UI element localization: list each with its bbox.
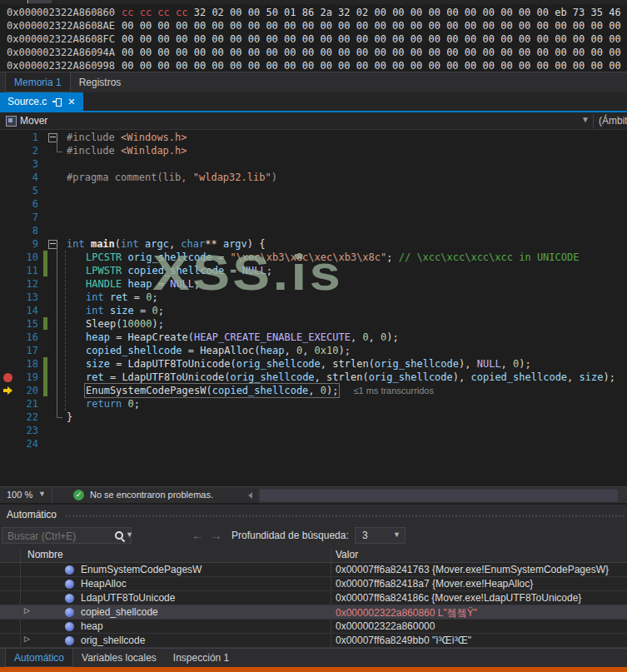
watch-row-LdapUTF8ToUnicode[interactable]: LdapUTF8ToUnicode0x00007ff6a824186c {Mov…	[0, 591, 627, 605]
tab-automatico[interactable]: Automático	[5, 649, 73, 667]
horizontal-scrollbar[interactable]	[258, 488, 627, 503]
code-text[interactable]: #include <Windows.h>	[67, 131, 187, 144]
code-line[interactable]: 6	[0, 197, 627, 211]
project-dropdown[interactable]: Mover	[20, 115, 47, 127]
expand-icon[interactable]: ▷	[24, 635, 30, 643]
memory-row[interactable]: 0x000002322A8608FC00 00 00 00 00 00 00 0…	[0, 32, 627, 46]
code-line[interactable]: 18size = LdapUTF8ToUnicode(orig_shellcod…	[0, 357, 627, 371]
code-text[interactable]: ret = LdapUTF8ToUnicode(orig_shellcode, …	[86, 371, 615, 384]
column-header-nombre[interactable]: Nombre	[27, 549, 63, 560]
memory-row[interactable]: 0x000002322A86094A00 00 00 00 00 00 00 0…	[0, 46, 627, 59]
code-editor[interactable]: 1#include <Windows.h>2#include <Winldap.…	[0, 130, 627, 486]
variable-name[interactable]: heap	[81, 620, 103, 632]
column-divider	[331, 591, 331, 605]
chevron-down-icon[interactable]: ▼	[126, 530, 133, 539]
search-box[interactable]: ▼	[2, 527, 132, 544]
code-line[interactable]: 22}	[0, 411, 627, 424]
line-number: 22	[0, 411, 38, 424]
autos-titlebar[interactable]: Automático	[0, 505, 627, 525]
code-line[interactable]: 24	[0, 437, 627, 450]
search-icon[interactable]	[115, 531, 125, 541]
variable-value[interactable]: 0x00007ff6a8241763 {Mover.exe!EnumSystem…	[336, 564, 609, 575]
search-input[interactable]	[6, 529, 109, 544]
column-divider[interactable]	[20, 547, 21, 562]
variable-value[interactable]: 0x000002322a860860 L"쳌쳌Ÿ"	[336, 606, 477, 620]
code-line[interactable]: 19ret = LdapUTF8ToUnicode(orig_shellcode…	[0, 371, 627, 384]
watch-row-EnumSystemCodePagesW[interactable]: EnumSystemCodePagesW0x00007ff6a8241763 {…	[0, 563, 627, 577]
memory-row[interactable]: 0x000002322A86099800 00 00 00 00 00 00 0…	[0, 59, 627, 72]
tab-variables-locales[interactable]: Variables locales	[73, 649, 165, 667]
code-line[interactable]: 14int size = 0;	[0, 304, 627, 317]
watch-row-copied_shellcode[interactable]: ▷copied_shellcode0x000002322a860860 L"쳌쳌…	[0, 605, 627, 620]
code-line[interactable]: 8	[0, 224, 627, 237]
zoom-level-dropdown[interactable]: 100 %	[7, 490, 32, 500]
code-line[interactable]: 1#include <Windows.h>	[0, 131, 627, 144]
expand-icon[interactable]: ▷	[24, 606, 30, 615]
code-line[interactable]: 16heap = HeapCreate(HEAP_CREATE_ENABLE_E…	[0, 331, 627, 344]
memory-row[interactable]: 0x000002322A8608AE00 00 00 00 00 00 00 0…	[0, 19, 627, 32]
line-number: 17	[0, 344, 38, 357]
code-text[interactable]: #pragma comment(lib, "wldap32.lib")	[67, 171, 277, 184]
back-arrow-icon[interactable]: ←	[192, 528, 204, 542]
chevron-down-icon[interactable]: ▼	[38, 490, 46, 498]
variable-name[interactable]: orig_shellcode	[81, 635, 145, 646]
tab-label: Registros	[79, 77, 122, 88]
pin-icon[interactable]	[52, 97, 62, 106]
fold-guide-include	[57, 141, 62, 152]
code-text[interactable]: copied_shellcode = HeapAlloc(heap, 0, 0x…	[86, 344, 351, 357]
variable-name[interactable]: copied_shellcode	[81, 606, 158, 618]
token-kw: int	[121, 238, 139, 250]
code-line[interactable]: 20EnumSystemCodePagesW(copied_shellcode,…	[0, 384, 627, 397]
tab-memoria-1[interactable]: Memoria 1	[5, 72, 71, 92]
code-text[interactable]: }	[67, 411, 72, 424]
chevron-down-icon[interactable]: ▼	[581, 115, 590, 124]
code-line[interactable]: 15Sleep(10000);	[0, 317, 627, 331]
watch-row-HeapAlloc[interactable]: HeapAlloc0x00007ff6a82418a7 {Mover.exe!H…	[0, 577, 627, 591]
code-text[interactable]: heap = HeapCreate(HEAP_CREATE_ENABLE_EXE…	[86, 331, 399, 344]
search-depth-dropdown[interactable]: 3 ▼	[355, 527, 406, 544]
scrollbar-thumb[interactable]	[260, 490, 618, 501]
variable-value[interactable]: 0x00007ff6a824186c {Mover.exe!LdapUTF8To…	[336, 592, 581, 604]
code-line[interactable]: 3	[0, 157, 627, 171]
variable-value[interactable]: 0x00007ff6a8249bb0 "ì³Œì³Œ"	[336, 635, 471, 646]
code-text[interactable]: int ret = 0;	[86, 291, 158, 304]
token-num: 0x10	[315, 345, 339, 356]
tab-inspeccion-1[interactable]: Inspección 1	[165, 649, 237, 667]
code-text[interactable]: #include <Winldap.h>	[67, 144, 187, 157]
tab-source-c[interactable]: Source.c ✕	[0, 92, 83, 111]
scope-dropdown[interactable]: (Ámbito	[599, 115, 627, 127]
column-divider[interactable]	[331, 547, 331, 562]
code-text[interactable]: size = LdapUTF8ToUnicode(orig_shellcode,…	[86, 357, 531, 371]
watch-row-heap[interactable]: heap0x000002322a860000	[0, 620, 627, 634]
watch-row-orig_shellcode[interactable]: ▷orig_shellcode0x00007ff6a8249bb0 "ì³Œì³…	[0, 634, 627, 648]
memory-row[interactable]: 0x000002322A860860cc cc cc cc 32 02 00 0…	[0, 6, 627, 19]
code-line[interactable]: 7	[0, 211, 627, 224]
indent-guide	[65, 251, 67, 411]
variable-value[interactable]: 0x000002322a860000	[336, 620, 435, 632]
variable-name[interactable]: LdapUTF8ToUnicode	[81, 592, 175, 604]
scroll-left-icon[interactable]	[248, 492, 252, 499]
close-icon[interactable]: ✕	[67, 97, 75, 106]
code-text[interactable]: EnumSystemCodePagesW(copied_shellcode, 0…	[86, 384, 434, 397]
code-line[interactable]: 2#include <Winldap.h>	[0, 144, 627, 157]
memory-bytes: 00 00 00 00 00 00 00 00 00 00 00 00 00 0…	[122, 33, 627, 45]
variable-icon	[65, 622, 74, 631]
token-def: ,	[315, 371, 326, 383]
code-text[interactable]: Sleep(10000);	[86, 317, 164, 331]
variable-value[interactable]: 0x00007ff6a82418a7 {Mover.exe!HeapAlloc}	[336, 578, 533, 590]
code-line[interactable]: 23	[0, 424, 627, 437]
code-text[interactable]: return 0;	[86, 397, 140, 411]
code-line[interactable]: 21return 0;	[0, 397, 627, 411]
code-line[interactable]: 17copied_shellcode = HeapAlloc(heap, 0, …	[0, 344, 627, 357]
variable-name[interactable]: HeapAlloc	[81, 578, 127, 590]
token-def: ,	[567, 371, 579, 383]
code-text[interactable]: int size = 0;	[86, 304, 164, 317]
chevron-down-icon[interactable]: ▼	[393, 530, 401, 539]
variable-name[interactable]: EnumSystemCodePagesW	[81, 564, 202, 575]
forward-arrow-icon[interactable]: →	[210, 528, 222, 542]
code-line[interactable]: 5	[0, 184, 627, 197]
column-header-valor[interactable]: Valor	[336, 549, 358, 560]
code-line[interactable]: 4#pragma comment(lib, "wldap32.lib")	[0, 171, 627, 184]
token-str: <Windows.h>	[121, 132, 187, 143]
tab-registros[interactable]: Registros	[71, 72, 130, 92]
